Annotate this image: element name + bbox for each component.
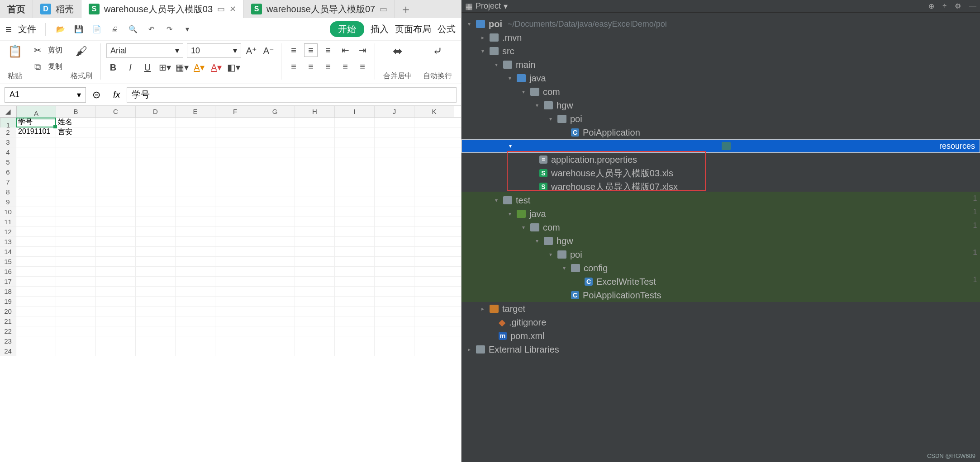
- cell[interactable]: [176, 237, 215, 246]
- cell[interactable]: [176, 297, 215, 306]
- col-header[interactable]: E: [176, 106, 215, 117]
- cell[interactable]: [96, 316, 136, 326]
- hide-icon[interactable]: —: [969, 2, 976, 10]
- cell[interactable]: [56, 187, 96, 197]
- cell[interactable]: [215, 237, 255, 246]
- cell[interactable]: [295, 316, 335, 326]
- cell[interactable]: [16, 277, 56, 286]
- cell[interactable]: [176, 167, 215, 177]
- cell[interactable]: [295, 336, 335, 346]
- row-header[interactable]: 12: [0, 227, 16, 236]
- save-icon[interactable]: 💾: [73, 24, 85, 35]
- border-button[interactable]: ⊞▾: [158, 61, 171, 74]
- cell[interactable]: [295, 247, 335, 256]
- cell[interactable]: [176, 277, 215, 286]
- cell[interactable]: [335, 247, 375, 256]
- cell[interactable]: [136, 137, 176, 147]
- cell[interactable]: [96, 118, 136, 127]
- cell[interactable]: [176, 147, 215, 157]
- underline-button[interactable]: U: [141, 61, 154, 74]
- cell[interactable]: [295, 287, 335, 296]
- dropdown-icon[interactable]: ▾: [181, 24, 193, 35]
- tree-xls03[interactable]: Swarehouse人员导入模版03.xls: [461, 166, 980, 180]
- cell[interactable]: [255, 257, 295, 266]
- row-header[interactable]: 3: [0, 137, 16, 147]
- col-header[interactable]: H: [295, 106, 335, 117]
- cell[interactable]: [295, 227, 335, 236]
- cell[interactable]: [176, 157, 215, 167]
- cell[interactable]: [295, 137, 335, 147]
- cell[interactable]: [335, 257, 375, 266]
- cell[interactable]: [215, 277, 255, 286]
- cell[interactable]: [295, 346, 335, 356]
- cell[interactable]: [335, 157, 375, 167]
- cell[interactable]: [255, 127, 295, 137]
- cell[interactable]: [215, 157, 255, 167]
- tree-test[interactable]: ▾test: [461, 193, 980, 207]
- cell[interactable]: [136, 147, 176, 157]
- spreadsheet-grid[interactable]: ◢ A B C D E F G H I J K 1学号姓名220191101言安…: [0, 106, 461, 462]
- pdf-icon[interactable]: 📄: [91, 24, 103, 35]
- cell[interactable]: [56, 217, 96, 226]
- cell[interactable]: [255, 227, 295, 236]
- row-header[interactable]: 11: [0, 217, 16, 226]
- tab-home[interactable]: 首页: [0, 0, 33, 18]
- cell[interactable]: [96, 147, 136, 157]
- tree-target[interactable]: ▸target: [461, 302, 980, 316]
- cell[interactable]: [375, 167, 414, 177]
- cell[interactable]: [176, 306, 215, 316]
- col-header[interactable]: F: [215, 106, 255, 117]
- cell[interactable]: [96, 277, 136, 286]
- close-icon[interactable]: ✕: [229, 4, 236, 14]
- cell[interactable]: [16, 137, 56, 147]
- row-header[interactable]: 13: [0, 237, 16, 246]
- cell[interactable]: [215, 346, 255, 356]
- cell[interactable]: [215, 316, 255, 326]
- window-icon[interactable]: ▭: [380, 4, 387, 14]
- cell[interactable]: [375, 306, 414, 316]
- cell[interactable]: [375, 277, 414, 286]
- cell[interactable]: [255, 297, 295, 306]
- zoom-icon[interactable]: ⊝: [92, 89, 100, 101]
- cell[interactable]: [335, 227, 375, 236]
- tree-java[interactable]: ▾java: [461, 71, 980, 85]
- cell[interactable]: [335, 167, 375, 177]
- cell[interactable]: [255, 316, 295, 326]
- row-header[interactable]: 22: [0, 326, 16, 336]
- cell[interactable]: [136, 127, 176, 137]
- cell[interactable]: [335, 177, 375, 187]
- cell[interactable]: [176, 336, 215, 346]
- print-icon[interactable]: 🖨: [109, 24, 121, 35]
- cell-style-button[interactable]: ▦▾: [175, 61, 189, 74]
- cell[interactable]: [136, 187, 176, 197]
- cell[interactable]: [96, 167, 136, 177]
- cell[interactable]: [16, 287, 56, 296]
- cell[interactable]: [295, 147, 335, 157]
- cell[interactable]: [96, 157, 136, 167]
- cell[interactable]: [255, 197, 295, 207]
- cell[interactable]: [16, 167, 56, 177]
- cell[interactable]: [255, 207, 295, 217]
- cell[interactable]: [335, 197, 375, 207]
- cell[interactable]: [56, 137, 96, 147]
- row-header[interactable]: 4: [0, 147, 16, 157]
- cell[interactable]: [414, 197, 454, 207]
- cell[interactable]: [16, 157, 56, 167]
- fill-color-button[interactable]: A▾: [192, 61, 206, 74]
- tree-src[interactable]: ▾src: [461, 44, 980, 58]
- cell[interactable]: [335, 346, 375, 356]
- cell[interactable]: [414, 118, 454, 127]
- align-right-icon[interactable]: ≡: [321, 60, 335, 73]
- row-header[interactable]: 9: [0, 197, 16, 207]
- cell[interactable]: [56, 237, 96, 246]
- cell[interactable]: [215, 197, 255, 207]
- cell[interactable]: [56, 167, 96, 177]
- menu-insert[interactable]: 插入: [371, 23, 389, 35]
- cell[interactable]: [56, 147, 96, 157]
- row-header[interactable]: 21: [0, 316, 16, 326]
- cell[interactable]: [414, 287, 454, 296]
- cell[interactable]: [335, 207, 375, 217]
- cell[interactable]: [16, 147, 56, 157]
- cell[interactable]: [176, 197, 215, 207]
- cell[interactable]: [56, 227, 96, 236]
